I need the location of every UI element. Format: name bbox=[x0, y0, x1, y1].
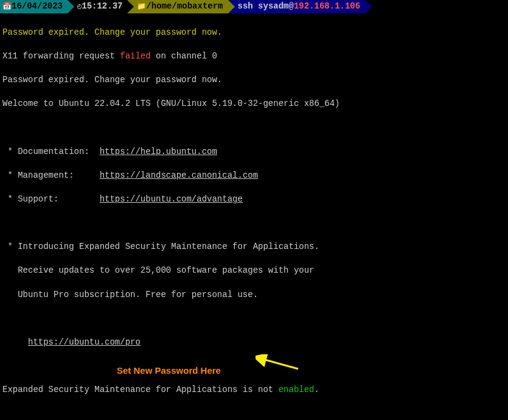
status-path: 📁 /home/mobaxterm bbox=[127, 0, 228, 13]
status-date-text: 16/04/2023 bbox=[12, 1, 63, 13]
status-date: 📅 16/04/2023 bbox=[0, 0, 68, 13]
ssh-command-prefix: ssh sysadm@ bbox=[238, 1, 294, 13]
status-time: ◴ 15:12.37 bbox=[68, 0, 127, 13]
line-documentation: * Documentation: https://help.ubuntu.com bbox=[2, 146, 506, 158]
status-bar: 📅 16/04/2023 ◴ 15:12.37 📁 /home/mobaxter… bbox=[0, 0, 508, 13]
link-ubuntu-pro[interactable]: https://ubuntu.com/pro bbox=[28, 337, 141, 347]
status-time-text: 15:12.37 bbox=[82, 1, 122, 13]
line-management: * Management: https://landscape.canonica… bbox=[2, 170, 506, 182]
svg-line-1 bbox=[263, 359, 298, 369]
annotation-label: Set New Password Here bbox=[117, 364, 221, 377]
status-command[interactable]: ssh sysadm@192.168.1.106 bbox=[228, 0, 366, 13]
line-esm-2: Receive updates to over 25,000 software … bbox=[2, 265, 506, 277]
line-esm-status: Expanded Security Maintenance for Applic… bbox=[2, 384, 506, 396]
status-path-text: /home/mobaxterm bbox=[146, 1, 223, 13]
folder-icon: 📁 bbox=[137, 2, 146, 12]
link-management[interactable]: https://landscape.canonical.com bbox=[100, 170, 258, 180]
line-pro-link: https://ubuntu.com/pro bbox=[2, 337, 506, 349]
calendar-icon: 📅 bbox=[2, 2, 12, 12]
line-support: * Support: https://ubuntu.com/advantage bbox=[2, 194, 506, 206]
line-expired-2: Password expired. Change your password n… bbox=[2, 74, 506, 86]
line-welcome: Welcome to Ubuntu 22.04.2 LTS (GNU/Linux… bbox=[2, 98, 506, 110]
link-support[interactable]: https://ubuntu.com/advantage bbox=[100, 194, 243, 204]
ssh-host: 192.168.1.106 bbox=[294, 1, 360, 13]
line-esm-1: * Introducing Expanded Security Maintena… bbox=[2, 241, 506, 253]
link-documentation[interactable]: https://help.ubuntu.com bbox=[100, 147, 217, 156]
clock-icon: ◴ bbox=[77, 2, 82, 12]
line-x11: X11 forwarding request failed on channel… bbox=[2, 51, 506, 63]
annotation-arrow-icon bbox=[256, 354, 304, 371]
line-expired-1: Password expired. Change your password n… bbox=[2, 27, 506, 39]
terminal-output: Password expired. Change your password n… bbox=[0, 13, 508, 420]
line-esm-3: Ubuntu Pro subscription. Free for person… bbox=[2, 289, 506, 301]
